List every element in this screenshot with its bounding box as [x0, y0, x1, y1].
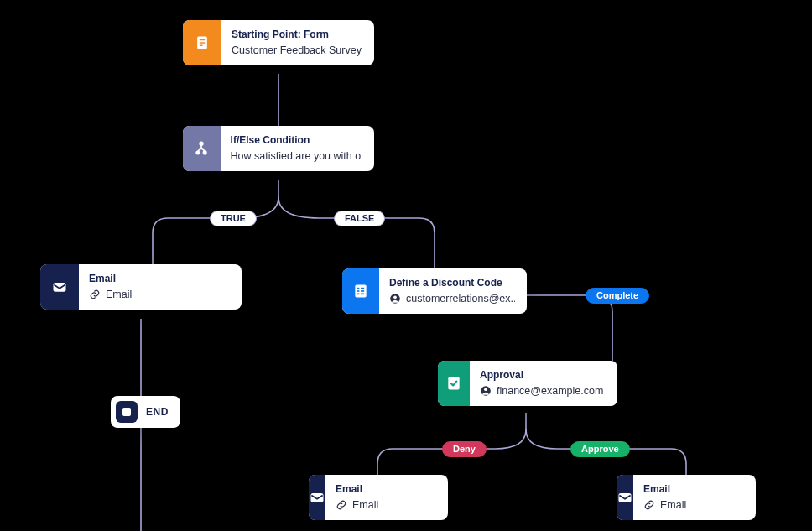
link-icon [336, 499, 347, 511]
email-icon [40, 264, 79, 310]
stop-icon [116, 401, 138, 423]
node-end[interactable]: END [111, 396, 180, 428]
task-icon [342, 268, 379, 314]
node-subtitle: How satisfied are you with ou [231, 150, 362, 162]
branch-label-true: TRUE [210, 211, 257, 226]
user-icon [389, 293, 401, 305]
svg-rect-1 [200, 39, 206, 41]
svg-rect-21 [619, 493, 632, 502]
node-title: If/Else Condition [231, 134, 362, 147]
end-label: END [146, 406, 169, 418]
node-email-deny[interactable]: Email Email [309, 475, 448, 520]
svg-rect-7 [54, 283, 66, 292]
workflow-canvas[interactable]: Starting Point: Form Customer Feedback S… [0, 0, 812, 531]
node-title: Email [643, 483, 756, 496]
svg-rect-6 [204, 151, 206, 154]
svg-rect-11 [357, 290, 360, 292]
edge-label-deny: Deny [442, 441, 487, 457]
node-subtitle: customerrelations@ex... [389, 293, 515, 305]
node-title: Starting Point: Form [232, 29, 362, 41]
node-starting-point[interactable]: Starting Point: Form Customer Feedback S… [183, 20, 374, 65]
svg-rect-10 [361, 288, 364, 289]
svg-rect-3 [200, 45, 203, 47]
link-icon [89, 289, 101, 300]
svg-rect-22 [122, 408, 131, 416]
node-title: Email [89, 273, 215, 285]
svg-point-5 [196, 151, 199, 154]
approval-icon [438, 361, 470, 406]
svg-point-4 [200, 142, 203, 145]
node-subtitle: Email [336, 499, 448, 511]
svg-point-19 [484, 388, 487, 391]
svg-rect-2 [200, 42, 206, 44]
email-icon [617, 475, 633, 520]
edge-label-approve: Approve [570, 441, 630, 457]
link-icon [643, 499, 655, 511]
node-discount[interactable]: Define a Discount Code customerrelations… [342, 268, 527, 314]
svg-rect-14 [361, 294, 364, 295]
svg-rect-9 [357, 288, 360, 289]
svg-point-16 [393, 295, 397, 299]
node-title: Define a Discount Code [389, 277, 515, 289]
svg-rect-20 [311, 493, 324, 502]
node-approval[interactable]: Approval finance@example.com [438, 361, 617, 406]
node-subtitle: Email [89, 289, 215, 300]
node-subtitle: finance@example.com [480, 385, 606, 397]
node-subtitle: Email [643, 499, 756, 511]
node-title: Email [336, 483, 448, 496]
node-subtitle: Customer Feedback Survey [232, 44, 362, 56]
node-email-approve[interactable]: Email Email [617, 475, 756, 520]
user-icon [480, 385, 492, 397]
svg-rect-12 [361, 290, 364, 292]
svg-rect-13 [357, 294, 360, 295]
form-icon [183, 20, 221, 65]
edge-label-complete: Complete [586, 288, 649, 304]
branch-icon [183, 126, 221, 171]
branch-label-false: FALSE [334, 211, 385, 226]
node-if-else[interactable]: If/Else Condition How satisfied are you … [183, 126, 374, 171]
email-icon [309, 475, 325, 520]
node-email-true[interactable]: Email Email [40, 264, 242, 310]
node-title: Approval [480, 369, 606, 382]
